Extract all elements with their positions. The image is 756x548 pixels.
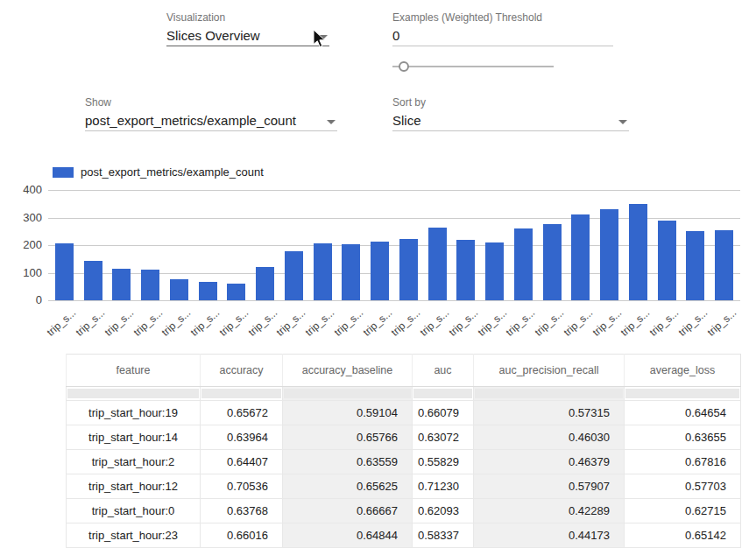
bar[interactable] bbox=[686, 231, 704, 300]
column-header-accuracy_baseline[interactable]: accuracy_baseline bbox=[283, 355, 413, 387]
table-cell: trip_start_hour:14 bbox=[67, 425, 201, 450]
sort-by-label: Sort by bbox=[392, 96, 426, 109]
chevron-down-icon bbox=[618, 120, 627, 124]
bar[interactable] bbox=[199, 282, 217, 300]
x-axis-label: trip_s... bbox=[522, 306, 566, 348]
table-cell: 0.70536 bbox=[201, 474, 283, 499]
column-filter-input[interactable] bbox=[413, 389, 472, 398]
x-axis-label: trip_s... bbox=[321, 306, 365, 348]
bar[interactable] bbox=[342, 244, 360, 300]
table-row: trip_start_hour:120.705360.656250.712300… bbox=[67, 474, 741, 499]
legend-swatch bbox=[53, 167, 74, 178]
column-filter-input[interactable] bbox=[201, 389, 281, 398]
x-axis-label: trip_s... bbox=[551, 306, 595, 348]
x-axis-label: trip_s... bbox=[465, 306, 509, 348]
bar[interactable] bbox=[600, 209, 618, 300]
table-cell: 0.65142 bbox=[625, 523, 741, 548]
metrics-table: featureaccuracyaccuracy_baselineaucauc_p… bbox=[66, 354, 741, 548]
bar[interactable] bbox=[170, 279, 188, 300]
chevron-down-icon bbox=[327, 120, 336, 124]
x-axis-label: trip_s... bbox=[35, 306, 79, 348]
table-cell: 0.55829 bbox=[413, 450, 474, 474]
bar[interactable] bbox=[55, 243, 74, 300]
column-header-auc[interactable]: auc bbox=[413, 355, 474, 387]
bar[interactable] bbox=[112, 269, 131, 300]
threshold-input[interactable]: 0 bbox=[392, 27, 613, 46]
x-axis-label: trip_s... bbox=[121, 306, 165, 348]
table-header-row: featureaccuracyaccuracy_baselineaucauc_p… bbox=[67, 355, 741, 387]
table-cell: 0.58337 bbox=[413, 523, 474, 548]
table-cell: 0.65625 bbox=[283, 474, 413, 499]
column-filter-input[interactable] bbox=[67, 389, 199, 398]
column-filter-input[interactable] bbox=[625, 389, 739, 398]
sort-by-select[interactable]: Slice bbox=[392, 112, 629, 131]
y-axis-label: 100 bbox=[12, 266, 42, 279]
show-select-value: post_export_metrics/example_count bbox=[85, 113, 296, 128]
table-cell: 0.46030 bbox=[474, 425, 625, 450]
filter-cell bbox=[474, 387, 625, 401]
bar[interactable] bbox=[715, 230, 733, 300]
filter-cell bbox=[283, 387, 413, 401]
bar[interactable] bbox=[543, 224, 562, 300]
bar[interactable] bbox=[227, 284, 245, 300]
table-row: trip_start_hour:230.660160.648440.583370… bbox=[67, 523, 741, 548]
table-cell: 0.57907 bbox=[474, 474, 625, 499]
legend-label: post_export_metrics/example_count bbox=[81, 165, 264, 179]
slider-thumb[interactable] bbox=[399, 61, 409, 72]
filter-cell bbox=[201, 387, 283, 401]
column-filter-input[interactable] bbox=[284, 389, 411, 398]
x-axis-label: trip_s... bbox=[207, 306, 251, 348]
bar[interactable] bbox=[428, 228, 447, 300]
bar[interactable] bbox=[485, 242, 504, 300]
threshold-label: Examples (Weighted) Threshold bbox=[392, 11, 542, 24]
chart-legend: post_export_metrics/example_count bbox=[53, 165, 264, 179]
filter-cell bbox=[625, 387, 741, 401]
table-cell: 0.44173 bbox=[474, 523, 625, 548]
visualization-select[interactable]: Slices Overview bbox=[166, 27, 329, 46]
x-axis-label: trip_s... bbox=[150, 306, 194, 348]
x-axis-label: trip_s... bbox=[293, 306, 336, 348]
bar[interactable] bbox=[629, 204, 647, 300]
show-select[interactable]: post_export_metrics/example_count bbox=[85, 112, 337, 131]
table-row: trip_start_hour:190.656720.591040.660790… bbox=[67, 401, 741, 425]
bar[interactable] bbox=[285, 251, 303, 300]
bar[interactable] bbox=[314, 243, 332, 300]
x-axis-label: trip_s... bbox=[494, 306, 538, 348]
bar[interactable] bbox=[371, 242, 389, 300]
table-cell: 0.66667 bbox=[283, 499, 413, 523]
bar[interactable] bbox=[571, 214, 590, 300]
x-axis-label: trip_s... bbox=[407, 306, 451, 348]
table-row: trip_start_hour:00.637680.666670.620930.… bbox=[67, 499, 741, 523]
x-axis-label: trip_s... bbox=[236, 306, 279, 348]
filter-cell bbox=[413, 387, 474, 401]
bar[interactable] bbox=[141, 270, 159, 300]
y-axis-label: 400 bbox=[12, 183, 42, 196]
x-axis-label: trip_s... bbox=[379, 306, 423, 348]
x-axis-label: trip_s... bbox=[580, 306, 624, 348]
table-cell: 0.46379 bbox=[474, 450, 625, 474]
column-header-average_loss[interactable]: average_loss bbox=[625, 355, 741, 387]
table-cell: 0.42289 bbox=[474, 499, 625, 523]
x-axis-label: trip_s... bbox=[695, 306, 738, 348]
table-cell: 0.62093 bbox=[413, 499, 474, 523]
mouse-cursor-icon bbox=[312, 29, 326, 48]
column-header-auc_precision_recall[interactable]: auc_precision_recall bbox=[474, 355, 625, 387]
bar[interactable] bbox=[514, 228, 533, 300]
table-cell: 0.59104 bbox=[283, 401, 413, 425]
column-filter-input[interactable] bbox=[475, 389, 623, 398]
bar[interactable] bbox=[84, 261, 102, 300]
threshold-slider[interactable] bbox=[392, 60, 554, 73]
y-axis-label: 200 bbox=[12, 238, 42, 251]
table-cell: 0.63655 bbox=[625, 425, 741, 450]
column-header-accuracy[interactable]: accuracy bbox=[201, 355, 283, 387]
table-cell: 0.63964 bbox=[201, 425, 283, 450]
sort-by-select-value: Slice bbox=[392, 113, 421, 128]
column-header-feature[interactable]: feature bbox=[67, 355, 201, 387]
bar[interactable] bbox=[399, 239, 418, 300]
table-cell: trip_start_hour:2 bbox=[67, 450, 201, 474]
bar[interactable] bbox=[456, 240, 475, 300]
bar[interactable] bbox=[256, 267, 274, 300]
table-cell: 0.57703 bbox=[625, 474, 741, 499]
bar[interactable] bbox=[658, 221, 676, 300]
table-cell: 0.64407 bbox=[201, 450, 283, 474]
